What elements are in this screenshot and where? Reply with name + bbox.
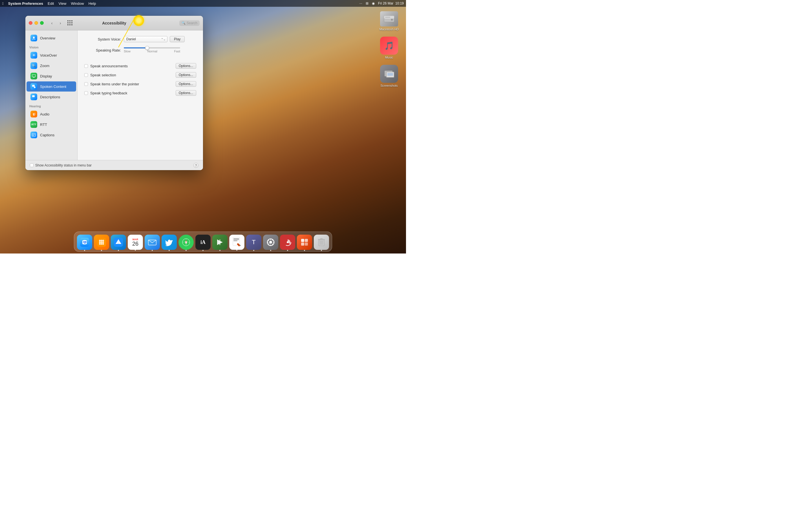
speak-selection-options-button[interactable]: Options... — [175, 72, 196, 78]
back-button[interactable]: ‹ — [48, 20, 56, 25]
speak-pointer-options-button[interactable]: Options... — [175, 81, 196, 87]
descriptions-label: Descriptions — [40, 95, 60, 99]
vision-section-header: Vision — [26, 43, 77, 50]
speak-selection-label: Speak selection — [90, 73, 116, 77]
speak-selection-left: Speak selection — [84, 73, 116, 77]
close-button[interactable] — [29, 21, 33, 25]
voiceover-label: VoiceOver — [40, 53, 57, 57]
sidebar-item-zoom[interactable]: 🔍 Zoom — [27, 61, 76, 71]
speak-pointer-label: Speak items under the pointer — [90, 82, 139, 86]
menubar-left:  System Preferences Edit View Window He… — [2, 1, 96, 6]
help-button[interactable]: ? — [193, 163, 199, 168]
svg-point-3 — [391, 19, 393, 20]
grid-view-button[interactable] — [66, 20, 73, 26]
svg-rect-53 — [270, 244, 271, 245]
edit-menu[interactable]: Edit — [48, 1, 54, 6]
svg-point-32 — [101, 241, 102, 243]
forward-button[interactable]: › — [57, 20, 64, 25]
svg-point-36 — [102, 243, 104, 245]
svg-rect-65 — [305, 242, 308, 245]
desktop:  System Preferences Edit View Window He… — [0, 0, 406, 253]
menu-bar-status-checkbox[interactable] — [30, 163, 34, 167]
sidebar-item-spoken-content[interactable]: Spoken Content — [27, 81, 76, 92]
traffic-lights — [29, 21, 44, 25]
search-box[interactable]: 🔍 Search — [179, 20, 200, 26]
apple-menu[interactable]:  — [2, 1, 4, 6]
dock-icon-launchpad[interactable] — [94, 235, 109, 250]
dock-icon-textedit[interactable] — [229, 235, 245, 250]
speak-typing-left: Speak typing feedback — [84, 91, 128, 95]
sidebar: Overview Vision 👁 VoiceOver 🔍 Zoom — [26, 31, 78, 160]
minimize-button[interactable] — [35, 21, 38, 25]
calendar-day: 26 — [132, 241, 139, 246]
sidebar-item-overview[interactable]: Overview — [27, 33, 76, 43]
svg-rect-11 — [32, 75, 36, 77]
dock-icon-ia-writer[interactable]: iA — [195, 235, 211, 250]
overview-label: Overview — [40, 36, 55, 40]
view-menu[interactable]: View — [58, 1, 66, 6]
dock-icon-mail[interactable] — [145, 235, 160, 250]
help-menu[interactable]: Help — [89, 1, 96, 6]
play-button[interactable]: Play — [170, 36, 185, 42]
dock-icon-instastats[interactable] — [280, 235, 295, 250]
dock-icon-trash[interactable] — [314, 235, 329, 250]
sidebar-item-captions[interactable]: Captions — [27, 130, 76, 140]
svg-rect-14 — [32, 85, 35, 87]
speak-announcements-checkbox[interactable] — [84, 64, 88, 68]
speak-selection-checkbox[interactable] — [84, 73, 88, 77]
desktop-icon-macintosh-hd[interactable]: Macintosh HD — [378, 11, 400, 31]
svg-point-33 — [102, 241, 104, 243]
speaking-rate-row: Speaking Rate: Slow Normal Fast — [84, 47, 196, 53]
grid-dot — [69, 24, 70, 25]
grid-dot — [71, 22, 72, 23]
dock-icon-keka[interactable] — [212, 235, 227, 250]
speak-typing-row: Speak typing feedback Options... — [84, 89, 196, 98]
svg-rect-58 — [268, 243, 269, 244]
window-menu[interactable]: Window — [71, 1, 84, 6]
speak-typing-checkbox[interactable] — [84, 91, 88, 95]
maximize-button[interactable] — [40, 21, 44, 25]
speak-announcements-options-button[interactable]: Options... — [175, 63, 196, 69]
menubar-siri[interactable]: ◉ — [372, 1, 375, 5]
sidebar-item-voiceover[interactable]: 👁 VoiceOver — [27, 50, 76, 60]
sidebar-item-display[interactable]: Display — [27, 71, 76, 81]
voice-dropdown[interactable]: Daniel ⌃⌄ — [124, 36, 167, 42]
menubar-control-center[interactable]: ⊞ — [366, 1, 368, 5]
dock-icon-safari[interactable] — [179, 235, 194, 250]
sidebar-item-rtt[interactable]: RTT RTT — [27, 119, 76, 129]
rtt-icon: RTT — [31, 121, 37, 128]
rtt-label: RTT — [40, 122, 47, 127]
sidebar-item-audio[interactable]: Audio — [27, 109, 76, 119]
desktop-icon-screenshots[interactable]: Screenshots — [378, 65, 400, 87]
search-icon: 🔍 — [182, 21, 186, 25]
system-voice-row: System Voice: Daniel ⌃⌄ Play — [84, 36, 196, 42]
screenshots-label: Screenshots — [380, 84, 398, 87]
dock-icon-appstore[interactable] — [111, 235, 126, 250]
svg-point-29 — [101, 240, 102, 241]
hdd-image — [380, 11, 398, 26]
dock-icon-mosaic[interactable] — [297, 235, 312, 250]
dock-icon-system-preferences[interactable] — [263, 235, 278, 250]
speak-typing-options-button[interactable]: Options... — [175, 90, 196, 96]
svg-rect-52 — [270, 239, 271, 240]
dock-icon-teams[interactable]: T — [246, 235, 261, 250]
slider-thumb[interactable] — [145, 46, 149, 50]
speak-announcements-left: Speak announcements — [84, 64, 128, 68]
svg-rect-48 — [234, 239, 239, 240]
macintosh-hd-label: Macintosh HD — [379, 27, 399, 31]
dock-icon-twitterrific[interactable] — [161, 235, 177, 250]
desktop-icon-music[interactable]: 🎵 Music — [378, 37, 400, 59]
app-name-menu[interactable]: System Preferences — [8, 1, 43, 6]
grid-dots-icon — [67, 20, 73, 25]
voice-value: Daniel — [126, 37, 136, 41]
svg-rect-12 — [33, 77, 35, 77]
dock-icon-calendar[interactable]: MAR 26 — [128, 235, 143, 250]
main-content-area: System Voice: Daniel ⌃⌄ Play Speaking Ra… — [78, 31, 203, 160]
dock-icon-finder[interactable] — [77, 235, 92, 250]
svg-rect-63 — [305, 239, 308, 242]
slider-track[interactable] — [124, 47, 180, 48]
grid-dot — [67, 22, 68, 23]
voiceover-icon: 👁 — [31, 52, 37, 59]
speak-pointer-checkbox[interactable] — [84, 82, 88, 86]
sidebar-item-descriptions[interactable]: Descriptions — [27, 92, 76, 102]
